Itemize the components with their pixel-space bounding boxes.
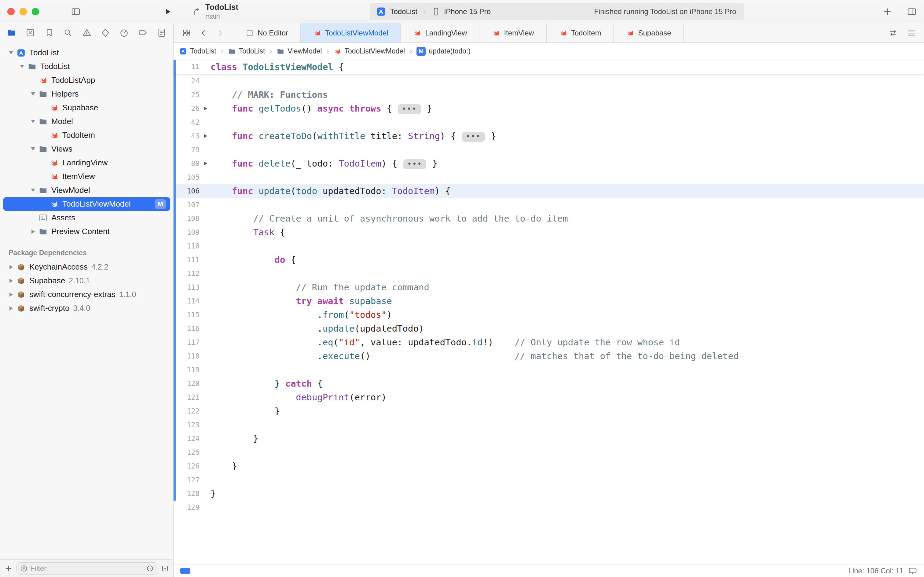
code-line-119[interactable]: 119	[174, 363, 924, 377]
display-icon[interactable]	[908, 566, 917, 575]
code-line-110[interactable]: 110	[174, 239, 924, 253]
fold-chevron-icon[interactable]	[204, 106, 207, 110]
run-button[interactable]	[163, 7, 172, 16]
code-line-115[interactable]: 115 .from("todos")	[174, 308, 924, 322]
breadcrumb-item-todolist[interactable]: TodoList	[228, 47, 265, 55]
status-device-name[interactable]: iPhone 15 Pro	[444, 7, 491, 16]
line-number[interactable]: 115	[176, 308, 203, 322]
line-number[interactable]: 124	[176, 432, 203, 446]
line-number[interactable]: 127	[176, 473, 203, 487]
tree-item-assets[interactable]: Assets	[3, 211, 170, 225]
disclosure-icon[interactable]	[5, 292, 16, 297]
breadcrumb-item-viewmodel[interactable]: ViewModel	[277, 47, 322, 55]
tree-item-todolist[interactable]: TodoList	[3, 46, 170, 60]
filter-field[interactable]	[16, 562, 157, 575]
code-line-26[interactable]: 26 func getTodos() async throws { ••• }	[174, 102, 924, 116]
folded-code-pill[interactable]: •••	[398, 104, 421, 114]
line-number[interactable]: 105	[176, 171, 203, 184]
disclosure-icon[interactable]	[27, 92, 39, 96]
tree-item-todolistapp[interactable]: TodoListApp	[3, 73, 170, 87]
line-number[interactable]: 125	[176, 446, 203, 459]
disclosure-icon[interactable]	[27, 120, 39, 123]
source-control-navigator-icon[interactable]	[25, 28, 35, 38]
code-line-122[interactable]: 122 }	[174, 405, 924, 418]
tab-supabase[interactable]: Supabase	[613, 23, 684, 42]
related-items-icon[interactable]	[182, 28, 191, 38]
line-number[interactable]: 24	[176, 74, 203, 88]
disclosure-icon[interactable]	[5, 265, 16, 269]
line-number[interactable]: 119	[176, 363, 203, 377]
code-line-80[interactable]: 80 func delete(_ todo: TodoItem) { ••• }	[174, 157, 924, 171]
package-item-swift-crypto[interactable]: swift-crypto3.4.0	[3, 301, 170, 315]
line-number[interactable]: 80	[176, 157, 203, 171]
disclosure-icon[interactable]	[16, 65, 27, 68]
line-number[interactable]: 128	[176, 487, 203, 501]
line-number[interactable]: 42	[176, 116, 203, 129]
code-line-11[interactable]: 11class TodoListViewModel {	[174, 60, 924, 74]
go-back-icon[interactable]	[199, 29, 208, 37]
canvas-toggle-icon[interactable]	[180, 568, 190, 574]
code-line-114[interactable]: 114 try await supabase	[174, 294, 924, 308]
adjust-editor-icon[interactable]	[907, 28, 916, 38]
disclosure-icon[interactable]	[5, 306, 16, 311]
tree-item-model[interactable]: Model	[3, 114, 170, 128]
line-number[interactable]: 116	[176, 322, 203, 335]
close-button[interactable]	[7, 8, 14, 15]
package-item-swift-concurrency-extras[interactable]: swift-concurrency-extras1.1.0	[3, 288, 170, 301]
code-line-79[interactable]: 79	[174, 143, 924, 157]
test-navigator-icon[interactable]	[101, 28, 110, 38]
line-number[interactable]: 108	[176, 212, 203, 226]
tree-item-helpers[interactable]: Helpers	[3, 87, 170, 101]
code-line-108[interactable]: 108 // Create a unit of asynchronous wor…	[174, 212, 924, 226]
folded-code-pill[interactable]: •••	[403, 159, 426, 169]
code-line-109[interactable]: 109 Task {	[174, 226, 924, 239]
tree-item-itemview[interactable]: ItemView	[3, 169, 170, 184]
code-line-116[interactable]: 116 .update(updatedTodo)	[174, 322, 924, 335]
fold-chevron-icon[interactable]	[204, 162, 207, 165]
line-number[interactable]: 114	[176, 294, 203, 308]
swap-editor-icon[interactable]	[889, 28, 898, 38]
breakpoint-navigator-icon[interactable]	[138, 28, 148, 38]
find-navigator-icon[interactable]	[63, 28, 73, 38]
code-line-125[interactable]: 125	[174, 446, 924, 459]
project-navigator-icon[interactable]	[7, 28, 16, 38]
line-number[interactable]: 11	[176, 60, 203, 74]
recent-files-icon[interactable]	[146, 564, 154, 572]
code-line-24[interactable]: 24	[174, 74, 924, 88]
tree-item-landingview[interactable]: LandingView	[3, 156, 170, 169]
package-item-supabase[interactable]: Supabase2.10.1	[3, 274, 170, 288]
breadcrumb-item-todolistviewmodel[interactable]: TodoListViewModel	[333, 47, 405, 55]
code-line-126[interactable]: 126 }	[174, 459, 924, 473]
code-line-105[interactable]: 105	[174, 171, 924, 184]
line-number[interactable]: 129	[176, 501, 203, 514]
code-line-106[interactable]: 106 func update(todo updatedTodo: TodoIt…	[174, 184, 924, 198]
line-number[interactable]: 106	[176, 184, 203, 198]
add-file-icon[interactable]	[4, 564, 13, 573]
code-line-124[interactable]: 124 }	[174, 432, 924, 446]
package-item-keychainaccess[interactable]: KeychainAccess4.2.2	[3, 260, 170, 274]
line-number[interactable]: 26	[176, 102, 203, 116]
disclosure-icon[interactable]	[27, 189, 39, 192]
tree-item-todolist[interactable]: TodoList	[3, 60, 170, 73]
line-number[interactable]: 79	[176, 143, 203, 157]
line-number[interactable]: 117	[176, 335, 203, 349]
code-line-117[interactable]: 117 .eq("id", value: updatedTodo.id!) //…	[174, 335, 924, 349]
line-number[interactable]: 110	[176, 239, 203, 253]
code-line-123[interactable]: 123	[174, 418, 924, 432]
fold-chevron-icon[interactable]	[204, 134, 207, 138]
code-line-111[interactable]: 111 do {	[174, 253, 924, 267]
code-line-128[interactable]: 128}	[174, 487, 924, 501]
source-code-editor[interactable]: 2425 // MARK: Functions26 func getTodos(…	[174, 74, 924, 564]
code-line-42[interactable]: 42	[174, 116, 924, 129]
line-number[interactable]: 107	[176, 198, 203, 212]
minimize-button[interactable]	[19, 8, 27, 15]
code-line-112[interactable]: 112	[174, 267, 924, 280]
tree-item-supabase[interactable]: Supabase	[3, 101, 170, 114]
breadcrumb-item-update-todo[interactable]: Mupdate(todo:)	[417, 47, 470, 56]
code-line-127[interactable]: 127	[174, 473, 924, 487]
tree-item-views[interactable]: Views	[3, 142, 170, 156]
code-line-118[interactable]: 118 .execute() // matches that of the to…	[174, 349, 924, 363]
line-number[interactable]: 120	[176, 377, 203, 390]
new-tab-icon[interactable]	[882, 7, 892, 16]
line-number[interactable]: 123	[176, 418, 203, 432]
